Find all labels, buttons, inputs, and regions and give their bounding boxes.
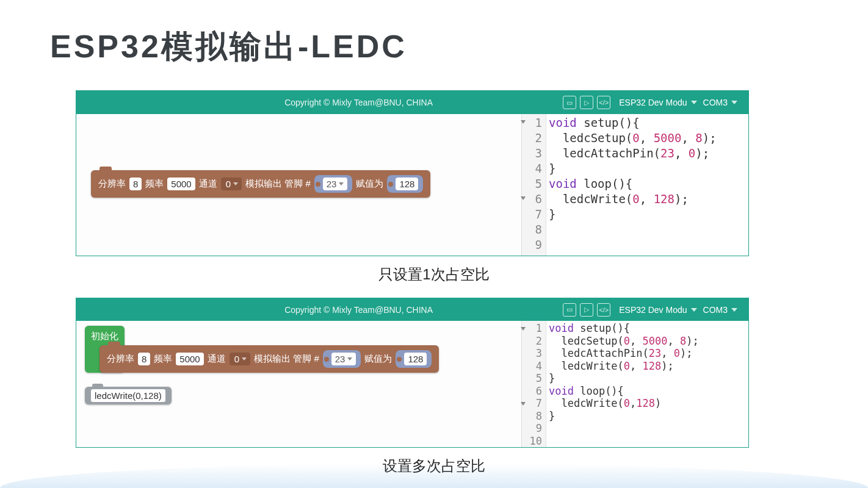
code-editor[interactable]: 12345678910 void setup(){ ledcSetup(0, 5… <box>522 321 748 447</box>
copyright-text: Copyright © Mixly Team@BNU, CHINA <box>81 305 563 315</box>
value-socket[interactable]: 128 <box>387 175 423 193</box>
chevron-down-icon <box>691 101 697 104</box>
chevron-down-icon <box>233 182 238 185</box>
code-gutter: 123456789 <box>522 114 546 256</box>
channel-dropdown[interactable]: 0 <box>221 178 242 190</box>
value-socket[interactable]: 128 <box>396 350 432 368</box>
chevron-down-icon <box>339 182 344 185</box>
analog-out-label: 模拟输出 管脚 # <box>245 178 311 190</box>
resolution-label: 分辨率 <box>98 178 126 190</box>
chevron-down-icon <box>347 357 352 361</box>
chevron-down-icon <box>242 357 247 361</box>
analog-out-label: 模拟输出 管脚 # <box>254 353 319 365</box>
port-label: COM3 <box>703 305 728 315</box>
port-selector[interactable]: COM3 <box>703 98 737 107</box>
board-label: ESP32 Dev Modu <box>619 305 687 315</box>
code-editor[interactable]: 123456789 void setup(){ ledcSetup(0, 500… <box>522 114 748 256</box>
resolution-input[interactable]: 8 <box>138 353 150 365</box>
ledc-block[interactable]: 分辨率 8 频率 5000 通道 0 模拟输出 管脚 # 23 赋值为 128 <box>99 345 439 373</box>
freq-input[interactable]: 5000 <box>176 353 203 365</box>
run-icon[interactable]: ▷ <box>580 96 593 109</box>
init-label: 初始化 <box>91 331 118 342</box>
chevron-down-icon <box>731 101 737 104</box>
board-selector[interactable]: ESP32 Dev Modu <box>619 305 696 315</box>
ledc-write-block[interactable]: ledcWrite(0,128) <box>85 387 172 404</box>
toolbar: Copyright © Mixly Team@BNU, CHINA ▭ ▷ </… <box>76 298 748 321</box>
ledc-block[interactable]: 分辨率 8 频率 5000 通道 0 模拟输出 管脚 # 23 赋值为 128 <box>91 170 430 198</box>
resolution-label: 分辨率 <box>107 353 134 365</box>
block-workspace[interactable]: 分辨率 8 频率 5000 通道 0 模拟输出 管脚 # 23 赋值为 128 <box>76 114 522 256</box>
code-gutter: 12345678910 <box>522 321 546 447</box>
board-label: ESP32 Dev Modu <box>619 98 687 107</box>
chevron-down-icon <box>731 308 737 312</box>
toolbar: Copyright © Mixly Team@BNU, CHINA ▭ ▷ </… <box>76 91 748 114</box>
port-selector[interactable]: COM3 <box>703 305 737 315</box>
channel-label: 通道 <box>208 353 226 365</box>
code-content: void setup(){ ledcSetup(0, 5000, 8); led… <box>546 321 748 447</box>
block-workspace[interactable]: 初始化 分辨率 8 频率 5000 通道 0 模拟输出 管脚 # 23 赋值为 … <box>76 321 522 447</box>
channel-label: 通道 <box>199 178 217 190</box>
resolution-input[interactable]: 8 <box>129 178 142 190</box>
save-icon[interactable]: ▭ <box>563 96 576 109</box>
pin-socket[interactable]: 23 <box>314 175 353 193</box>
channel-dropdown[interactable]: 0 <box>230 353 250 365</box>
assign-label: 赋值为 <box>356 178 383 190</box>
ide-panel-1: Copyright © Mixly Team@BNU, CHINA ▭ ▷ </… <box>76 90 749 256</box>
board-selector[interactable]: ESP32 Dev Modu <box>619 98 696 107</box>
port-label: COM3 <box>703 98 728 107</box>
copyright-text: Copyright © Mixly Team@BNU, CHINA <box>81 98 563 107</box>
run-icon[interactable]: ▷ <box>580 303 593 317</box>
freq-input[interactable]: 5000 <box>167 178 195 190</box>
ide-panel-2: Copyright © Mixly Team@BNU, CHINA ▭ ▷ </… <box>76 298 749 448</box>
code-icon[interactable]: </> <box>597 303 610 317</box>
save-icon[interactable]: ▭ <box>563 303 576 317</box>
caption-1: 只设置1次占空比 <box>0 265 868 284</box>
freq-label: 频率 <box>154 353 172 365</box>
assign-label: 赋值为 <box>364 353 392 365</box>
ledc-write-text: ledcWrite(0,128) <box>91 389 165 402</box>
code-icon[interactable]: </> <box>597 96 610 109</box>
chevron-down-icon <box>691 308 697 312</box>
code-content: void setup(){ ledcSetup(0, 5000, 8); led… <box>546 114 748 256</box>
pin-socket[interactable]: 23 <box>323 350 361 368</box>
page-title: ESP32模拟输出-LEDC <box>50 26 407 68</box>
freq-label: 频率 <box>145 178 164 190</box>
